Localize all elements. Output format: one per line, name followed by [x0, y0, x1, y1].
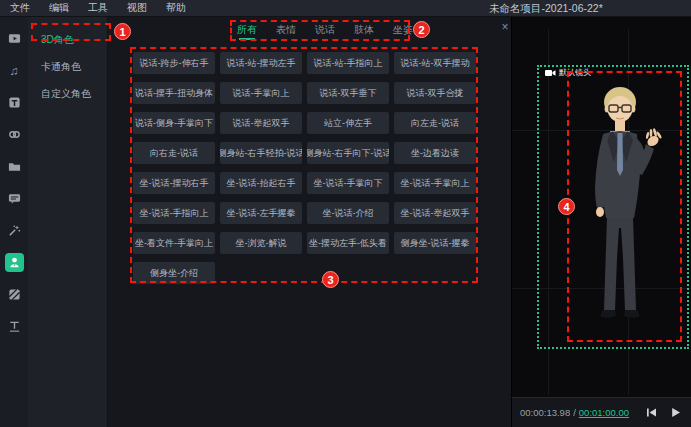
action-button[interactable]: 坐-说话-介绍	[307, 202, 389, 224]
menu-item[interactable]: 文件	[10, 1, 30, 15]
tab-item[interactable]: 肢体	[354, 23, 374, 40]
captions-icon[interactable]	[5, 317, 24, 336]
elements-icon[interactable]	[5, 125, 24, 144]
action-button[interactable]: 说话-双手合拢	[394, 82, 476, 104]
action-button[interactable]: 向右走-说话	[133, 142, 215, 164]
menu-item[interactable]: 工具	[88, 1, 108, 15]
tool-sidebar: ♫	[0, 17, 28, 427]
action-button[interactable]: 说话-摆手-扭动身体	[133, 82, 215, 104]
action-button[interactable]: 坐-边看边读	[394, 142, 476, 164]
play-button[interactable]	[670, 407, 681, 418]
comments-icon[interactable]	[5, 189, 24, 208]
action-button[interactable]: 说话-站-摆动左手	[220, 52, 302, 74]
tab-item[interactable]: 表情	[276, 23, 296, 40]
action-button[interactable]: 说话-站-双手摆动	[394, 52, 476, 74]
category-item[interactable]: 3D角色	[28, 26, 107, 53]
character-icon[interactable]	[5, 253, 24, 272]
skip-to-start-icon	[646, 407, 657, 418]
selection-box[interactable]	[537, 65, 689, 349]
tab-item[interactable]: 说话	[315, 23, 335, 40]
folder-icon[interactable]	[5, 157, 24, 176]
tab-bar: 所有表情说话肢体坐姿	[237, 23, 413, 40]
menu-item[interactable]: 编辑	[49, 1, 69, 15]
category-panel: 3D角色卡通角色自定义角色	[28, 17, 108, 427]
action-button[interactable]: 坐-说话-左手握拳	[220, 202, 302, 224]
action-button[interactable]: 侧身站-右手向下-说话	[307, 142, 389, 164]
action-button[interactable]: 坐-看文件-手掌向上	[133, 232, 215, 254]
action-button[interactable]: 坐-摆动左手-低头看	[307, 232, 389, 254]
action-button[interactable]: 侧身站-右手轻拍-说话	[220, 142, 302, 164]
tab-item[interactable]: 坐姿	[393, 23, 413, 40]
action-button[interactable]: 站立-伸左手	[307, 112, 389, 134]
skip-to-start-button[interactable]	[646, 407, 657, 418]
camera-icon	[545, 69, 556, 77]
asset-panel: 所有表情说话肢体坐姿 × 说话-跨步-伸右手说话-站-摆动左手说话-站-手指向上…	[108, 17, 511, 427]
action-button[interactable]: 说话-手掌向上	[220, 82, 302, 104]
action-button[interactable]: 坐-说话-摆动右手	[133, 172, 215, 194]
action-button[interactable]: 坐-说话-抬起右手	[220, 172, 302, 194]
category-item[interactable]: 卡通角色	[28, 53, 107, 80]
tab-item[interactable]: 所有	[237, 23, 257, 40]
action-button[interactable]: 坐-说话-手掌向上	[394, 172, 476, 194]
camera-label: 默认镜头	[545, 67, 591, 78]
transitions-icon[interactable]	[5, 285, 24, 304]
menu-item[interactable]: 帮助	[166, 1, 186, 15]
time-separator: /	[573, 407, 576, 418]
close-icon[interactable]: ×	[498, 20, 512, 34]
media-library-icon[interactable]	[5, 29, 24, 48]
action-button[interactable]: 说话-侧身-手掌向下	[133, 112, 215, 134]
action-grid: 说话-跨步-伸右手说话-站-摆动左手说话-站-手指向上说话-站-双手摆动说话-摆…	[133, 52, 481, 292]
transport-bar: 00:00:13.98 / 00:01:00.00	[511, 397, 691, 427]
category-item[interactable]: 自定义角色	[28, 80, 107, 107]
text-icon[interactable]	[5, 93, 24, 112]
play-icon	[670, 407, 681, 418]
action-button[interactable]: 侧身坐-介绍	[133, 262, 215, 284]
action-button[interactable]: 侧身坐-说话-握拳	[394, 232, 476, 254]
action-button[interactable]: 坐-浏览-解说	[220, 232, 302, 254]
camera-label-text: 默认镜头	[559, 67, 591, 78]
action-button[interactable]: 说话-站-手指向上	[307, 52, 389, 74]
action-button[interactable]: 坐-说话-手掌向下	[307, 172, 389, 194]
menu-item[interactable]: 视图	[127, 1, 147, 15]
action-button[interactable]: 说话-举起双手	[220, 112, 302, 134]
effects-wand-icon[interactable]	[5, 221, 24, 240]
action-button[interactable]: 说话-双手垂下	[307, 82, 389, 104]
audio-icon[interactable]: ♫	[5, 61, 24, 80]
total-time-link[interactable]: 00:01:00.00	[579, 407, 629, 418]
window-title: 未命名项目-2021-06-22*	[489, 2, 603, 16]
current-time: 00:00:13.98	[520, 407, 570, 418]
action-button[interactable]: 坐-说话-举起双手	[394, 202, 476, 224]
action-button[interactable]: 说话-跨步-伸右手	[133, 52, 215, 74]
action-button[interactable]: 坐-说话-手指向上	[133, 202, 215, 224]
action-button[interactable]: 向左走-说话	[394, 112, 476, 134]
